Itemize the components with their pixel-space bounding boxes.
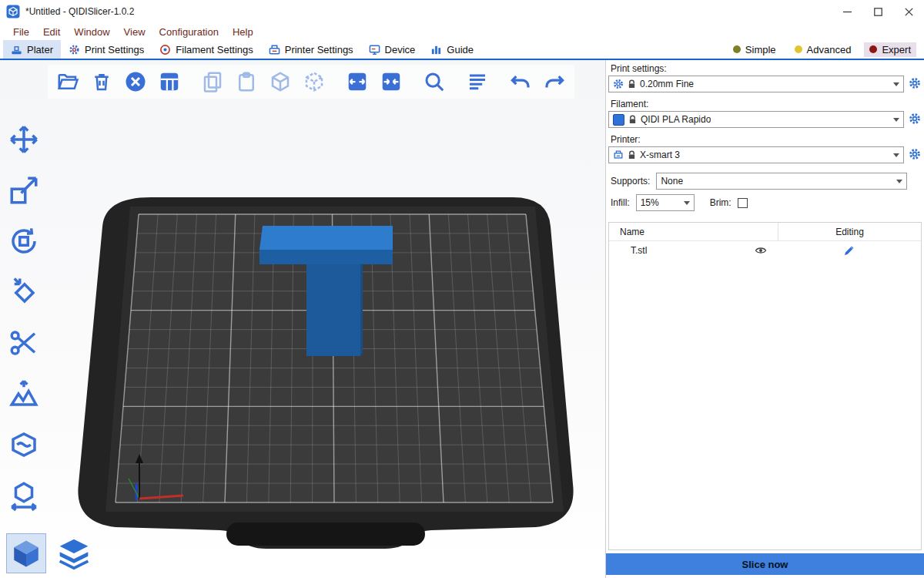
print-settings-icon (69, 44, 80, 55)
tab-plater[interactable]: Plater (3, 40, 61, 59)
viewport-3d[interactable] (0, 60, 605, 578)
tab-device[interactable]: Device (361, 40, 424, 59)
close-button[interactable] (893, 0, 924, 23)
mode-expert[interactable]: Expert (864, 42, 916, 57)
menu-configuration[interactable]: Configuration (152, 26, 226, 38)
tab-filament-settings[interactable]: Filament Settings (152, 40, 260, 59)
expert-mode-dot-icon (869, 45, 877, 53)
gizmo-toolbar (6, 122, 42, 513)
simple-mode-dot-icon (733, 45, 741, 53)
tab-printer-settings[interactable]: Printer Settings (261, 40, 361, 59)
printer-combo[interactable]: X-smart 3 (608, 146, 904, 163)
arrange-icon (158, 70, 181, 93)
gear-icon (909, 113, 921, 125)
filament-color-swatch (613, 114, 624, 126)
object-row-t-stl[interactable]: T.stl (609, 241, 921, 260)
object-list-header: Name Editing (609, 223, 921, 241)
brim-checkbox[interactable] (738, 198, 748, 208)
lock-icon (628, 115, 637, 125)
paste-button[interactable] (233, 68, 260, 96)
view-switcher (6, 533, 94, 573)
device-icon (369, 44, 380, 55)
place-on-face-icon (8, 276, 40, 308)
tab-print-settings[interactable]: Print Settings (61, 40, 152, 59)
arrange-button[interactable] (156, 68, 183, 96)
remove-instance-cube-icon (303, 70, 326, 93)
maximize-button[interactable] (862, 0, 893, 23)
variable-layer-height-button[interactable] (464, 68, 491, 96)
move-icon (8, 123, 40, 156)
infill-combo[interactable]: 15% (636, 194, 695, 211)
rotate-icon (8, 225, 40, 257)
printer-settings-icon (269, 44, 280, 55)
undo-button[interactable] (507, 68, 534, 96)
menu-window[interactable]: Window (67, 26, 116, 38)
filament-combo[interactable]: QIDI PLA Rapido (608, 111, 904, 128)
advanced-mode-dot-icon (795, 45, 802, 53)
supports-label: Supports: (611, 176, 650, 187)
printer-gear-button[interactable] (908, 148, 922, 162)
delete-all-button[interactable] (122, 68, 149, 96)
scale-button[interactable] (6, 173, 42, 208)
add-instance-button[interactable] (266, 68, 294, 96)
rotate-button[interactable] (6, 223, 42, 259)
menu-edit[interactable]: Edit (36, 26, 67, 38)
view-3d-button[interactable] (6, 533, 46, 573)
chevron-down-icon (893, 118, 899, 122)
eye-icon (755, 244, 767, 257)
filament-label: Filament: (608, 97, 922, 111)
redo-button[interactable] (541, 68, 568, 96)
copy-icon (201, 70, 224, 93)
filament-gear-button[interactable] (908, 113, 922, 126)
open-folder-icon (56, 70, 79, 93)
mode-advanced[interactable]: Advanced (789, 42, 857, 57)
split-objects-icon (346, 70, 369, 93)
redo-arrow-icon (543, 70, 566, 93)
add-instance-cube-icon (269, 70, 292, 93)
infill-label: Infill: (611, 197, 630, 208)
guide-icon (430, 44, 442, 55)
object-list: Name Editing T.stl (608, 222, 922, 550)
delete-button[interactable] (88, 68, 116, 96)
paint-supports-button[interactable] (6, 376, 42, 412)
column-editing: Editing (778, 223, 921, 240)
move-button[interactable] (6, 122, 42, 157)
measure-button[interactable] (6, 478, 42, 513)
chevron-down-icon (896, 180, 902, 183)
minimize-button[interactable] (832, 0, 862, 23)
copy-button[interactable] (199, 68, 226, 96)
supports-combo[interactable]: None (656, 173, 907, 190)
tab-guide[interactable]: Guide (423, 40, 481, 59)
slice-now-button[interactable]: Slice now (606, 553, 924, 575)
search-icon (423, 70, 446, 93)
print-settings-combo[interactable]: 0.20mm Fine (608, 76, 904, 92)
editing-toggle[interactable] (778, 244, 921, 257)
open-file-button[interactable] (54, 68, 82, 96)
paint-supports-icon (8, 378, 40, 410)
gear-icon (613, 79, 624, 89)
menu-help[interactable]: Help (226, 26, 260, 38)
print-bed-scene[interactable] (0, 60, 605, 578)
lock-icon (628, 79, 636, 89)
object-toolbar (48, 65, 574, 99)
print-settings-gear-button[interactable] (908, 77, 922, 91)
plater-icon (11, 44, 22, 55)
split-parts-icon (380, 70, 403, 93)
mode-selector: Simple Advanced Expert (728, 40, 924, 59)
remove-instance-button[interactable] (300, 68, 328, 96)
mode-simple[interactable]: Simple (728, 42, 782, 57)
search-button[interactable] (420, 68, 448, 96)
split-to-objects-button[interactable] (343, 68, 371, 96)
seam-painting-button[interactable] (6, 427, 42, 462)
place-on-face-button[interactable] (6, 274, 42, 310)
filament-settings-icon (159, 44, 171, 55)
preview-layers-button[interactable] (54, 533, 94, 573)
column-name: Name (609, 227, 744, 237)
cut-button[interactable] (6, 325, 42, 361)
object-name: T.stl (609, 245, 744, 256)
gear-icon (909, 77, 921, 89)
menu-view[interactable]: View (117, 26, 152, 38)
split-to-parts-button[interactable] (377, 68, 405, 96)
menu-file[interactable]: File (6, 26, 36, 38)
visibility-toggle[interactable] (744, 244, 778, 257)
